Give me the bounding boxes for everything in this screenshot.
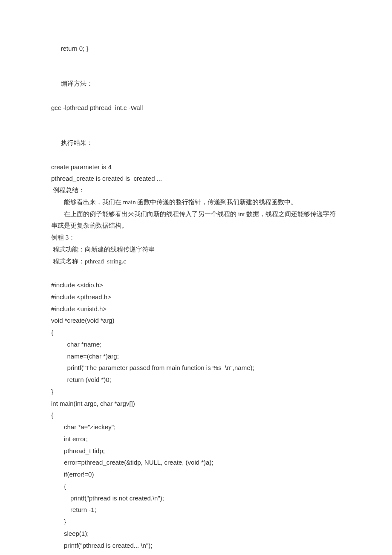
code-line: if(error!=0) (51, 468, 341, 480)
code-line: int error; (51, 433, 341, 445)
text-line: 在上面的例子能够看出来我们向新的线程传入了另一个线程的 int 数据，线程之间还… (51, 208, 341, 232)
text-line: 例程总结： (51, 185, 341, 197)
code-line: printf("The parameter passed from main f… (51, 362, 341, 374)
text-line: 能够看出来，我们在 main 函数中传递的整行指针，传递到我们新建的线程函数中。 (51, 197, 341, 208)
code-line: return -1; (51, 504, 341, 516)
code-line: } (51, 386, 341, 398)
blank-line (51, 66, 341, 78)
text-span: 在上面的例子能够看出来我们向新的线程传入了另一个线程的 int 数据，线程之间还… (51, 211, 336, 229)
document-page: return 0; } 编译方法： gcc -lpthread pthread_… (0, 0, 392, 555)
code-line: { (51, 480, 341, 492)
code-line: int main(int argc, char *argv[]) (51, 398, 341, 410)
blank-line (51, 55, 341, 66)
code-line: void *create(void *arg) (51, 315, 341, 327)
blank-line (51, 90, 341, 102)
output-line: pthread_create is created is created ... (51, 173, 341, 185)
code-line: #include <stdio.h> (51, 279, 341, 291)
code-line: error=pthread_create(&tidp, NULL, create… (51, 457, 341, 468)
text-line: 执行结果： (51, 137, 341, 149)
blank-line (51, 114, 341, 126)
code-line: { (51, 409, 341, 421)
text-line: 程式功能：向新建的线程传递字符串 (51, 244, 341, 256)
code-line: printf("pthread is not created.\n"); (51, 492, 341, 504)
code-line: #include <unistd.h> (51, 303, 341, 315)
code-line: gcc -lpthread pthread_int.c -Wall (51, 102, 341, 114)
blank-line (51, 149, 341, 161)
code-line: char *name; (51, 338, 341, 350)
text-line: 程式名称：pthread_string.c (51, 256, 341, 268)
output-line: create parameter is 4 (51, 161, 341, 173)
code-line: printf("pthread is created... \n"); (51, 540, 341, 552)
code-line: } (51, 516, 341, 528)
code-line: { (51, 327, 341, 338)
code-line: char *a="zieckey"; (51, 421, 341, 433)
text-line: 编译方法： (51, 78, 341, 90)
code-line: return 0; } (51, 43, 341, 55)
code-line: return 0; (51, 551, 341, 555)
code-line: sleep(1); (51, 528, 341, 540)
code-line: name=(char *)arg; (51, 350, 341, 362)
text-line: 例程 3： (51, 232, 341, 244)
code-line: pthread_t tidp; (51, 445, 341, 457)
blank-line (51, 125, 341, 137)
code-line: return (void *)0; (51, 374, 341, 386)
code-line: #include <pthread.h> (51, 291, 341, 303)
blank-line (51, 267, 341, 279)
